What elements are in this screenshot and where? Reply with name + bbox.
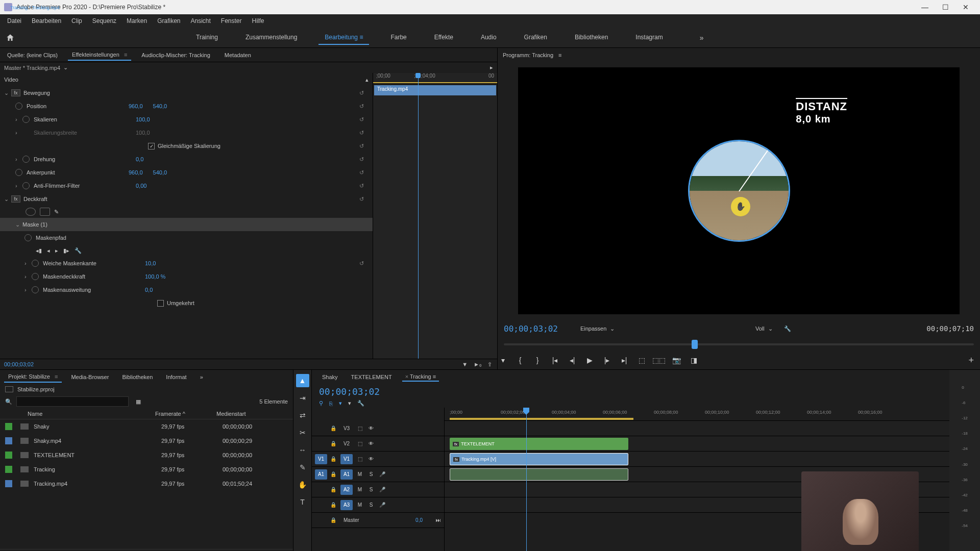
track-settings-icon[interactable]: 🔧 bbox=[75, 247, 82, 254]
step-back-icon[interactable]: ◂| bbox=[567, 355, 577, 365]
stopwatch-icon[interactable] bbox=[32, 273, 39, 280]
work-area-bar[interactable] bbox=[450, 418, 633, 420]
expand-icon[interactable]: › bbox=[15, 116, 22, 122]
go-to-in-icon[interactable]: |◂ bbox=[550, 355, 560, 365]
master-dropdown-icon[interactable]: ⌄ bbox=[63, 64, 68, 71]
menu-hilfe[interactable]: Hilfe bbox=[247, 15, 270, 27]
table-row[interactable]: Tracking.mp4 29,97 fps 00;01;50;24 bbox=[0, 477, 293, 491]
reset-icon[interactable]: ↺ bbox=[359, 116, 369, 123]
deckkraft-label[interactable]: Deckkraft bbox=[23, 196, 126, 202]
scrubber-head[interactable] bbox=[692, 340, 698, 349]
track-a2[interactable]: A2 bbox=[340, 485, 353, 495]
timeline-timecode[interactable]: 00;00;03;02 bbox=[312, 384, 949, 399]
lift-icon[interactable]: ⬚ bbox=[636, 355, 647, 365]
position-y[interactable]: 540,0 bbox=[153, 103, 167, 109]
zoom-select[interactable]: Einpassen bbox=[577, 324, 617, 333]
stopwatch-icon[interactable] bbox=[15, 169, 22, 176]
drehung-value[interactable]: 0,0 bbox=[136, 156, 143, 162]
table-row[interactable]: Shaky.mp4 29,97 fps 00;00;00;29 bbox=[0, 434, 293, 448]
extract-icon[interactable]: ⬚⬚ bbox=[654, 355, 664, 365]
anker-x[interactable]: 960,0 bbox=[129, 169, 143, 176]
effect-timeline[interactable]: ;00;00 ;00;04;00 00 Tracking.mp4 bbox=[373, 73, 497, 359]
filter-icon[interactable]: ▼ bbox=[462, 361, 468, 368]
maskendeck-value[interactable]: 100,0 % bbox=[145, 273, 165, 280]
stopwatch-icon[interactable] bbox=[22, 182, 30, 189]
master-track[interactable]: Master bbox=[344, 517, 359, 523]
ws-training[interactable]: Training bbox=[190, 31, 224, 45]
lane-v2[interactable]: fxTEXTELEMENT bbox=[445, 436, 949, 452]
program-viewport[interactable]: DISTANZ 8,0 km bbox=[518, 67, 960, 314]
col-framerate[interactable]: Framerate ^ bbox=[155, 411, 216, 417]
fx-badge[interactable]: fx bbox=[11, 195, 20, 203]
lock-icon[interactable]: 🔒 bbox=[330, 502, 337, 508]
track-v3[interactable]: V3 bbox=[340, 423, 353, 434]
toggle-output-icon[interactable]: ⬚ bbox=[356, 425, 364, 431]
tab-informat[interactable]: Informat bbox=[162, 372, 190, 382]
mute-button[interactable]: M bbox=[356, 502, 364, 508]
master-value[interactable]: 0,0 bbox=[415, 517, 423, 523]
lane-v3[interactable] bbox=[445, 421, 949, 436]
home-icon[interactable] bbox=[4, 32, 16, 44]
reset-icon[interactable]: ↺ bbox=[359, 90, 369, 96]
program-timecode[interactable]: 00;00;03;02 bbox=[504, 324, 558, 334]
reset-icon[interactable]: ↺ bbox=[359, 103, 369, 110]
voiceover-icon[interactable]: 🎤 bbox=[378, 502, 386, 508]
menu-bearbeiten[interactable]: Bearbeiten bbox=[27, 15, 66, 27]
tab-media-browser[interactable]: Media-Browser bbox=[67, 372, 113, 382]
section-toggle-icon[interactable]: ▴ bbox=[365, 77, 369, 83]
step-forward-icon[interactable]: |▸ bbox=[602, 355, 612, 365]
tab-effekteinstellungen[interactable]: Effekteinstellungen ≡ bbox=[68, 49, 131, 61]
col-name[interactable]: Name bbox=[28, 411, 155, 417]
tabs-overflow-icon[interactable]: » bbox=[196, 372, 207, 382]
minimize-button[interactable]: — bbox=[915, 0, 935, 14]
src-a1[interactable]: A1 bbox=[315, 469, 327, 480]
pen-mask-tool[interactable]: ✎ bbox=[54, 209, 59, 215]
expand-icon[interactable]: › bbox=[24, 260, 32, 266]
ellipse-mask-tool[interactable] bbox=[26, 208, 36, 216]
solo-button[interactable]: S bbox=[367, 502, 375, 508]
track-forward-icon[interactable]: ▸ bbox=[55, 247, 58, 254]
bewegung-label[interactable]: Bewegung bbox=[23, 90, 126, 96]
out-point-icon[interactable]: } bbox=[532, 355, 543, 365]
keyframe-nav-icon[interactable]: ►₀ bbox=[474, 361, 481, 368]
track-forward-one-icon[interactable]: ▮▸ bbox=[63, 247, 69, 254]
solo-button[interactable]: S bbox=[367, 471, 375, 477]
slip-tool[interactable]: ↔ bbox=[296, 443, 309, 457]
position-x[interactable]: 960,0 bbox=[129, 103, 143, 109]
stopwatch-icon[interactable] bbox=[24, 234, 32, 241]
wrench-icon[interactable]: 🔧 bbox=[357, 400, 364, 407]
clip-label[interactable]: Tracking * Tracking.mp4 bbox=[7, 2, 63, 14]
reset-icon[interactable]: ↺ bbox=[359, 260, 369, 267]
expand-icon[interactable]: › bbox=[24, 273, 32, 280]
ws-bibliotheken[interactable]: Bibliotheken bbox=[569, 31, 614, 45]
mute-button[interactable]: M bbox=[356, 471, 364, 477]
timeline-playhead[interactable] bbox=[526, 408, 527, 551]
eye-icon[interactable]: 👁 bbox=[367, 456, 375, 462]
settings-icon[interactable]: 🔧 bbox=[784, 325, 791, 332]
maske-label[interactable]: Maske (1) bbox=[22, 221, 125, 228]
track-v1[interactable]: V1 bbox=[340, 454, 353, 464]
type-tool[interactable]: T bbox=[296, 495, 309, 509]
selection-tool[interactable]: ▲ bbox=[296, 374, 309, 387]
lock-icon[interactable]: 🔒 bbox=[330, 441, 337, 446]
program-menu-icon[interactable]: ≡ bbox=[558, 52, 561, 58]
umgekehrt-checkbox[interactable] bbox=[157, 300, 164, 307]
hand-tool[interactable]: ✋ bbox=[296, 478, 309, 491]
program-scrubber[interactable] bbox=[504, 338, 974, 351]
reset-icon[interactable]: ↺ bbox=[359, 169, 369, 176]
reset-icon[interactable]: ↺ bbox=[359, 196, 369, 203]
mark-in-icon[interactable]: ▾ bbox=[498, 355, 508, 365]
expand-icon[interactable]: ⌄ bbox=[4, 196, 11, 203]
track-a3[interactable]: A3 bbox=[340, 500, 353, 510]
expand-icon[interactable]: › bbox=[15, 183, 22, 189]
lane-v1[interactable]: fxTracking.mp4 [V] bbox=[445, 452, 949, 467]
menu-sequenz[interactable]: Sequenz bbox=[87, 15, 121, 27]
expand-icon[interactable]: ⌄ bbox=[15, 221, 22, 228]
track-a1[interactable]: A1 bbox=[340, 469, 353, 480]
export-frame-icon[interactable]: 📷 bbox=[671, 355, 681, 365]
menu-fenster[interactable]: Fenster bbox=[216, 15, 247, 27]
snap-icon[interactable]: ⚲ bbox=[319, 400, 323, 407]
tl-tab-textelement[interactable]: TEXTELEMENT bbox=[348, 373, 395, 381]
ws-farbe[interactable]: Farbe bbox=[384, 31, 412, 45]
ws-instagram[interactable]: Instagram bbox=[629, 31, 669, 45]
